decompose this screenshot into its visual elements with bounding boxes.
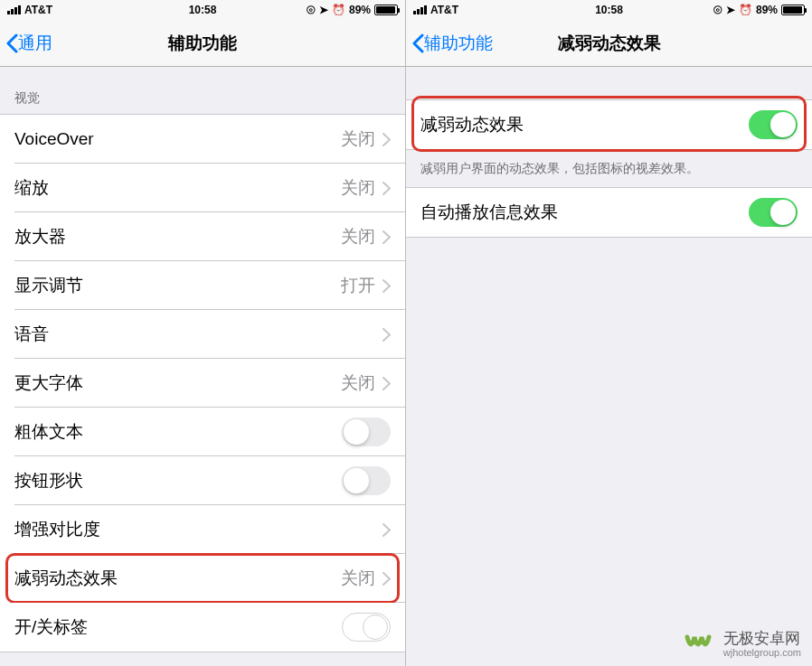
screen-reduce-motion: AT&T 10:58 ⦾ ➤ ⏰ 89% 辅助功能 减弱动态效果: [406, 0, 812, 666]
chevron-right-icon: [382, 328, 391, 342]
row-label: VoiceOver: [14, 129, 341, 149]
screen-accessibility: AT&T 10:58 ⦾ ➤ ⏰ 89% 通用 辅助功能 视觉 VoiceOve…: [0, 0, 406, 666]
settings-list: VoiceOver关闭缩放关闭放大器关闭显示调节打开语音更大字体关闭粗体文本按钮…: [0, 114, 405, 652]
toggle[interactable]: [342, 466, 391, 495]
chevron-right-icon: [382, 230, 391, 244]
toggle[interactable]: [342, 613, 391, 642]
row-1[interactable]: 缩放关闭: [0, 164, 405, 212]
row-autoplay-effects[interactable]: 自动播放信息效果: [406, 188, 812, 237]
row-value: 关闭: [341, 225, 375, 249]
row-value: 关闭: [341, 567, 375, 590]
settings-list: 减弱动态效果: [406, 99, 812, 150]
row-label: 减弱动态效果: [420, 113, 749, 136]
alarm-icon: ⏰: [332, 4, 345, 16]
row-3[interactable]: 显示调节打开: [0, 261, 405, 310]
watermark-logo-icon: [684, 630, 716, 659]
toggle-reduce-motion[interactable]: [749, 110, 798, 139]
chevron-right-icon: [382, 572, 391, 586]
section-header-vision: 视觉: [0, 67, 405, 114]
chevron-left-icon: [5, 33, 18, 53]
back-label: 辅助功能: [424, 32, 493, 55]
signal-icon: [7, 5, 21, 14]
signal-icon: [413, 5, 427, 14]
row-label: 更大字体: [14, 371, 341, 395]
row-label: 开/关标签: [14, 615, 342, 639]
clock: 10:58: [189, 4, 217, 16]
chevron-right-icon: [382, 182, 391, 195]
row-label: 缩放: [14, 176, 341, 200]
row-5[interactable]: 更大字体关闭: [0, 359, 405, 408]
location-icon: ➤: [726, 4, 735, 16]
row-label: 粗体文本: [14, 420, 342, 444]
battery-pct: 89%: [756, 4, 778, 16]
footer-description: 减弱用户界面的动态效果，包括图标的视差效果。: [406, 150, 812, 187]
toggle-autoplay-effects[interactable]: [749, 198, 798, 227]
battery-pct: 89%: [349, 4, 371, 16]
alarm-icon: ⏰: [739, 4, 752, 16]
page-title: 减弱动态效果: [558, 32, 661, 55]
content-area[interactable]: 减弱动态效果 减弱用户界面的动态效果，包括图标的视差效果。 自动播放信息效果: [406, 67, 812, 666]
nav-bar: 通用 辅助功能: [0, 20, 405, 67]
status-bar: AT&T 10:58 ⦾ ➤ ⏰ 89%: [406, 0, 812, 20]
carrier-label: AT&T: [24, 4, 52, 16]
row-label: 减弱动态效果: [14, 567, 341, 590]
row-2[interactable]: 放大器关闭: [0, 212, 405, 261]
row-value: 关闭: [341, 127, 375, 151]
page-title: 辅助功能: [168, 32, 237, 55]
content-area[interactable]: 视觉 VoiceOver关闭缩放关闭放大器关闭显示调节打开语音更大字体关闭粗体文…: [0, 67, 405, 666]
lock-icon: ⦾: [713, 4, 722, 16]
row-label: 显示调节: [14, 274, 341, 297]
row-0[interactable]: VoiceOver关闭: [0, 115, 405, 164]
chevron-right-icon: [382, 523, 391, 537]
watermark-url: wjhotelgroup.com: [723, 647, 801, 658]
row-label: 按钮形状: [14, 469, 342, 492]
back-button[interactable]: 通用: [0, 32, 52, 55]
back-button[interactable]: 辅助功能: [406, 32, 493, 55]
watermark: 无极安卓网 wjhotelgroup.com: [684, 630, 801, 659]
battery-icon: [374, 5, 398, 15]
row-reduce-motion[interactable]: 减弱动态效果: [406, 100, 812, 149]
row-label: 语音: [14, 323, 382, 346]
row-10[interactable]: 开/关标签: [0, 603, 405, 652]
status-bar: AT&T 10:58 ⦾ ➤ ⏰ 89%: [0, 0, 405, 20]
location-icon: ➤: [319, 4, 328, 16]
chevron-right-icon: [382, 377, 391, 390]
row-value: 打开: [341, 274, 375, 297]
row-label: 增强对比度: [14, 518, 382, 541]
chevron-left-icon: [411, 33, 424, 53]
row-6[interactable]: 粗体文本: [0, 408, 405, 456]
toggle[interactable]: [342, 417, 391, 446]
row-7[interactable]: 按钮形状: [0, 456, 405, 505]
nav-bar: 辅助功能 减弱动态效果: [406, 20, 812, 67]
row-8[interactable]: 增强对比度: [0, 505, 405, 554]
row-label: 放大器: [14, 225, 341, 249]
row-9[interactable]: 减弱动态效果关闭: [0, 554, 405, 603]
chevron-right-icon: [382, 133, 391, 146]
chevron-right-icon: [382, 279, 391, 293]
settings-list: 自动播放信息效果: [406, 187, 812, 238]
battery-icon: [781, 5, 805, 15]
back-label: 通用: [18, 32, 52, 55]
row-value: 关闭: [341, 371, 375, 395]
row-label: 自动播放信息效果: [420, 201, 749, 224]
watermark-title: 无极安卓网: [723, 631, 801, 648]
row-value: 关闭: [341, 176, 375, 200]
row-4[interactable]: 语音: [0, 310, 405, 359]
clock: 10:58: [595, 4, 623, 16]
carrier-label: AT&T: [430, 4, 458, 16]
lock-icon: ⦾: [307, 4, 316, 16]
